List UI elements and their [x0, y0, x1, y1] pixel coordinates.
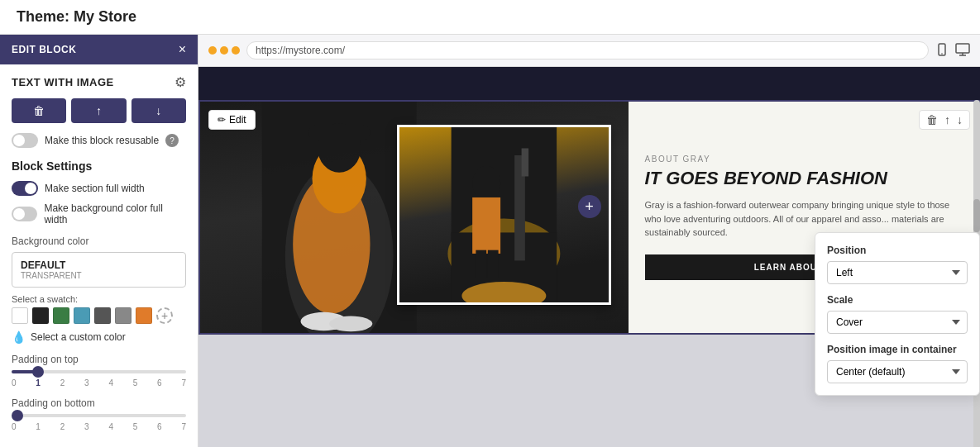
position-image-label: Position image in container — [827, 344, 968, 355]
resusable-label: Make this block resusable — [45, 135, 159, 146]
color-name: DEFAULT — [21, 259, 177, 271]
left-panel: EDIT BLOCK × TEXT WITH IMAGE ⚙ 🗑 ↑ ↓ — [0, 35, 198, 447]
edit-block-button[interactable]: ✏ Edit — [208, 110, 256, 130]
plus-icon-top: + — [585, 199, 594, 214]
padding-top-slider[interactable] — [12, 370, 186, 373]
swatches-container: + — [12, 307, 186, 324]
slider-thumb-bottom[interactable] — [12, 410, 23, 421]
bg-full-width-label: Make background color full width — [44, 202, 186, 226]
action-buttons: 🗑 ↑ ↓ — [12, 98, 186, 123]
resusable-row: Make this block resusable ? — [12, 133, 186, 148]
toggle-knob-on — [25, 183, 36, 194]
position-settings-panel: Position Left Right Center Scale Cover C… — [815, 232, 980, 396]
tick-3: 3 — [84, 378, 89, 388]
make-bg-full-width-row: Make background color full width — [12, 202, 186, 226]
swatch-green[interactable] — [53, 307, 69, 324]
btick-1: 1 — [36, 422, 41, 431]
section-full-width-toggle[interactable] — [12, 181, 38, 196]
page-title: Theme: My Store — [17, 8, 136, 26]
pencil-icon: ✏ — [218, 114, 226, 126]
mobile-icon — [935, 43, 949, 56]
block-up-button[interactable]: ↑ — [943, 113, 952, 126]
panel-close-button[interactable]: × — [179, 43, 186, 56]
block-delete-button[interactable]: 🗑 — [925, 113, 939, 126]
svg-rect-19 — [472, 197, 500, 254]
tick-0: 0 — [12, 378, 17, 388]
padding-bottom-section: Padding on bottom 0 1 2 3 4 5 6 7 — [12, 397, 186, 431]
resusable-toggle[interactable] — [12, 133, 38, 148]
svg-point-1 — [941, 53, 943, 55]
pos-spacer-1 — [827, 284, 968, 294]
section-full-width-label: Make section full width — [45, 183, 145, 194]
svg-rect-20 — [476, 250, 486, 278]
position-image-select[interactable]: Center (default) Top Bottom — [827, 360, 968, 383]
swatch-label: Select a swatch: — [12, 294, 186, 304]
custom-color-label: Select a custom color — [31, 331, 126, 343]
padding-bottom-slider[interactable] — [12, 414, 186, 417]
help-icon[interactable]: ? — [165, 134, 179, 147]
dot-green — [232, 46, 240, 55]
edit-label: Edit — [229, 114, 246, 126]
swatch-black[interactable] — [32, 307, 49, 324]
svg-point-18 — [472, 166, 500, 201]
svg-rect-2 — [956, 44, 969, 53]
svg-point-12 — [329, 316, 372, 331]
position-label: Position — [827, 245, 968, 256]
btick-5: 5 — [133, 422, 138, 431]
swatch-blue[interactable] — [74, 307, 90, 324]
dot-red — [208, 46, 217, 55]
main-layout: EDIT BLOCK × TEXT WITH IMAGE ⚙ 🗑 ↑ ↓ — [0, 35, 980, 447]
position-select[interactable]: Left Right Center — [827, 261, 968, 284]
block-down-button[interactable]: ↓ — [955, 113, 964, 126]
scale-label: Scale — [827, 294, 968, 306]
dropper-icon: 💧 — [12, 330, 26, 344]
swatch-orange[interactable] — [136, 307, 152, 324]
preview-area: + ✏ Edit 🗑 ↑ ↓ — [198, 67, 980, 447]
person-right-svg — [399, 127, 609, 302]
padding-bottom-label: Padding on bottom — [12, 397, 186, 409]
scale-select[interactable]: Cover Contain Fill — [827, 311, 968, 334]
swatch-gray-dark[interactable] — [94, 307, 111, 324]
slider-ticks-bottom: 0 1 2 3 4 5 6 7 — [12, 422, 186, 431]
swatch-add-button[interactable]: + — [156, 307, 173, 324]
store-nav-bar — [198, 67, 980, 100]
mobile-view-button[interactable] — [935, 43, 949, 59]
move-up-button[interactable]: ↑ — [71, 98, 126, 123]
swatch-white[interactable] — [12, 307, 28, 324]
color-sub: TRANSPARENT — [21, 271, 177, 280]
panel-title: EDIT BLOCK — [12, 44, 76, 55]
move-down-button[interactable]: ↓ — [131, 98, 186, 123]
browser-dots — [208, 46, 240, 55]
trash-icon: 🗑 — [33, 104, 45, 117]
bg-color-section: Background color DEFAULT TRANSPARENT Sel… — [12, 235, 186, 344]
gear-button[interactable]: ⚙ — [174, 74, 186, 90]
slider-ticks-top: 0 1 2 3 4 5 6 7 — [12, 378, 186, 388]
custom-color-row[interactable]: 💧 Select a custom color — [12, 330, 186, 344]
color-picker-button[interactable]: DEFAULT TRANSPARENT — [12, 252, 186, 288]
padding-top-section: Padding on top 0 1 2 3 4 5 6 7 — [12, 354, 186, 388]
bg-full-width-toggle[interactable] — [12, 207, 37, 221]
scroll-thumb[interactable] — [973, 199, 980, 232]
slider-thumb-top[interactable] — [32, 366, 44, 378]
twi-images — [200, 102, 629, 333]
svg-rect-10 — [308, 125, 370, 140]
slider-track-top — [12, 370, 186, 373]
swatch-gray[interactable] — [115, 307, 131, 324]
dot-yellow — [220, 46, 228, 55]
panel-header: EDIT BLOCK × — [0, 35, 198, 64]
tick-2: 2 — [60, 378, 65, 388]
add-section-top-button[interactable]: + — [578, 195, 601, 218]
delete-block-button[interactable]: 🗑 — [12, 98, 66, 123]
toggle-knob-bg — [13, 208, 25, 220]
twi-heading: IT GOES BEYOND FASHION — [645, 169, 962, 188]
framed-image — [397, 125, 611, 305]
tick-4: 4 — [108, 378, 113, 388]
block-settings-title: Block Settings — [12, 159, 186, 173]
svg-rect-21 — [488, 250, 499, 278]
slider-track-bottom — [12, 414, 186, 417]
desktop-view-button[interactable] — [955, 43, 970, 59]
url-bar[interactable]: https://mystore.com/ — [246, 41, 929, 59]
svg-rect-17 — [522, 148, 528, 176]
btick-0: 0 — [12, 422, 17, 431]
block-actions: 🗑 ↑ ↓ — [919, 110, 970, 130]
